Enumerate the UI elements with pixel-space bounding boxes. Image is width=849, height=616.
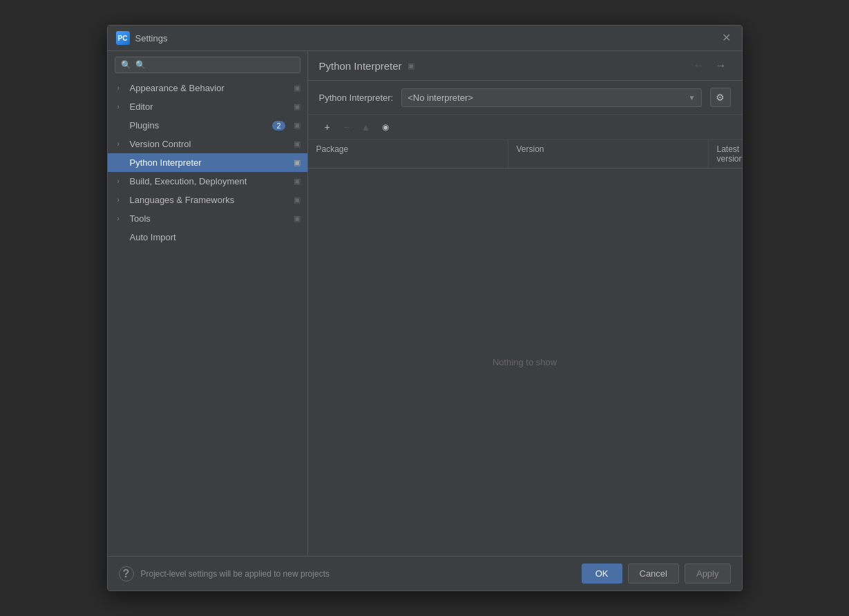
add-package-button[interactable]: + xyxy=(319,119,336,135)
upgrade-package-button[interactable]: ▲ xyxy=(358,119,374,135)
remove-package-button[interactable]: − xyxy=(338,119,355,135)
col-version: Version xyxy=(508,140,709,168)
pin-icon: ▣ xyxy=(294,214,301,223)
pin-icon: ▣ xyxy=(294,121,301,130)
search-box[interactable]: 🔍 xyxy=(115,57,301,73)
main-title-container: Python Interpreter ▣ xyxy=(319,60,414,72)
nav-arrows: ← → xyxy=(689,58,731,73)
main-header: Python Interpreter ▣ ← → xyxy=(308,51,742,81)
pin-icon: ▣ xyxy=(294,177,301,186)
interpreter-value: <No interpreter> xyxy=(408,93,473,103)
empty-state-text: Nothing to show xyxy=(493,357,557,367)
search-input[interactable] xyxy=(135,60,294,70)
col-latest-version: Latest version xyxy=(709,140,742,168)
back-button[interactable]: ← xyxy=(689,58,709,73)
cancel-button[interactable]: Cancel xyxy=(628,564,679,584)
sidebar-item-label: Version Control xyxy=(130,139,289,149)
ok-button[interactable]: OK xyxy=(582,564,622,584)
page-title: Python Interpreter xyxy=(319,60,402,72)
gear-button[interactable]: ⚙ xyxy=(710,88,731,107)
pin-icon: ▣ xyxy=(294,195,301,204)
sidebar-item-label: Build, Execution, Deployment xyxy=(130,176,289,186)
sidebar-item-build-execution[interactable]: › Build, Execution, Deployment ▣ xyxy=(108,172,307,191)
table-body: Nothing to show xyxy=(308,169,742,556)
sidebar-item-label: Languages & Frameworks xyxy=(130,195,289,205)
sidebar-item-label: Python Interpreter xyxy=(130,157,289,168)
pin-icon: ▣ xyxy=(294,102,301,111)
title-pin-icon: ▣ xyxy=(408,61,414,70)
settings-dialog: PC Settings ✕ 🔍 › Appearance & Behavior … xyxy=(107,25,743,591)
sidebar-item-label: Auto Import xyxy=(130,232,301,242)
sidebar-item-label: Plugins xyxy=(130,120,269,131)
sidebar-item-appearance[interactable]: › Appearance & Behavior ▣ xyxy=(108,79,307,97)
interpreter-label: Python Interpreter: xyxy=(319,93,394,103)
pin-icon: ▣ xyxy=(294,139,301,148)
expand-arrow: › xyxy=(117,140,126,148)
table-header: Package Version Latest version xyxy=(308,140,742,169)
expand-arrow: › xyxy=(117,215,126,222)
app-icon: PC xyxy=(116,31,130,45)
sidebar-item-label: Appearance & Behavior xyxy=(130,83,289,93)
nav-section: › Appearance & Behavior ▣ › Editor ▣ › P… xyxy=(108,79,307,556)
sidebar-item-version-control[interactable]: › Version Control ▣ xyxy=(108,135,307,153)
sidebar-item-label: Tools xyxy=(130,213,289,224)
apply-button[interactable]: Apply xyxy=(685,564,731,584)
interpreter-row: Python Interpreter: <No interpreter> ▼ ⚙ xyxy=(308,81,742,115)
sidebar-item-languages-frameworks[interactable]: › Languages & Frameworks ▣ xyxy=(108,191,307,209)
expand-arrow: › xyxy=(117,196,126,204)
help-button[interactable]: ? xyxy=(119,566,134,581)
main-content: Python Interpreter ▣ ← → Python Interpre… xyxy=(308,51,742,556)
titlebar: PC Settings ✕ xyxy=(108,26,742,51)
sidebar-item-label: Editor xyxy=(130,102,289,112)
sidebar-item-python-interpreter[interactable]: › Python Interpreter ▣ xyxy=(108,153,307,172)
pin-icon: ▣ xyxy=(294,158,301,167)
sidebar-item-editor[interactable]: › Editor ▣ xyxy=(108,97,307,116)
interpreter-dropdown[interactable]: <No interpreter> ▼ xyxy=(401,88,701,107)
sidebar-item-tools[interactable]: › Tools ▣ xyxy=(108,209,307,228)
sidebar: 🔍 › Appearance & Behavior ▣ › Editor ▣ xyxy=(108,51,308,556)
pin-icon: ▣ xyxy=(294,84,301,93)
dialog-footer: ? Project-level settings will be applied… xyxy=(108,556,742,590)
dialog-body: 🔍 › Appearance & Behavior ▣ › Editor ▣ xyxy=(108,51,742,556)
footer-buttons: OK Cancel Apply xyxy=(582,564,731,584)
toolbar-row: + − ▲ ◉ xyxy=(308,115,742,140)
expand-arrow: › xyxy=(117,84,126,92)
search-icon: 🔍 xyxy=(121,60,131,70)
title-left: PC Settings xyxy=(116,31,168,45)
forward-button[interactable]: → xyxy=(712,58,731,73)
sidebar-item-plugins[interactable]: › Plugins 2 ▣ xyxy=(108,116,307,135)
plugins-badge: 2 xyxy=(272,121,285,131)
expand-arrow: › xyxy=(117,103,126,110)
col-package: Package xyxy=(308,140,508,168)
footer-left: ? Project-level settings will be applied… xyxy=(119,566,330,581)
footer-info-text: Project-level settings will be applied t… xyxy=(141,569,330,579)
sidebar-item-auto-import[interactable]: › Auto Import xyxy=(108,228,307,247)
dialog-title: Settings xyxy=(135,33,168,44)
show-early-releases-button[interactable]: ◉ xyxy=(377,119,394,135)
expand-arrow: › xyxy=(117,177,126,185)
close-button[interactable]: ✕ xyxy=(719,31,734,45)
dropdown-arrow-icon: ▼ xyxy=(689,94,696,102)
